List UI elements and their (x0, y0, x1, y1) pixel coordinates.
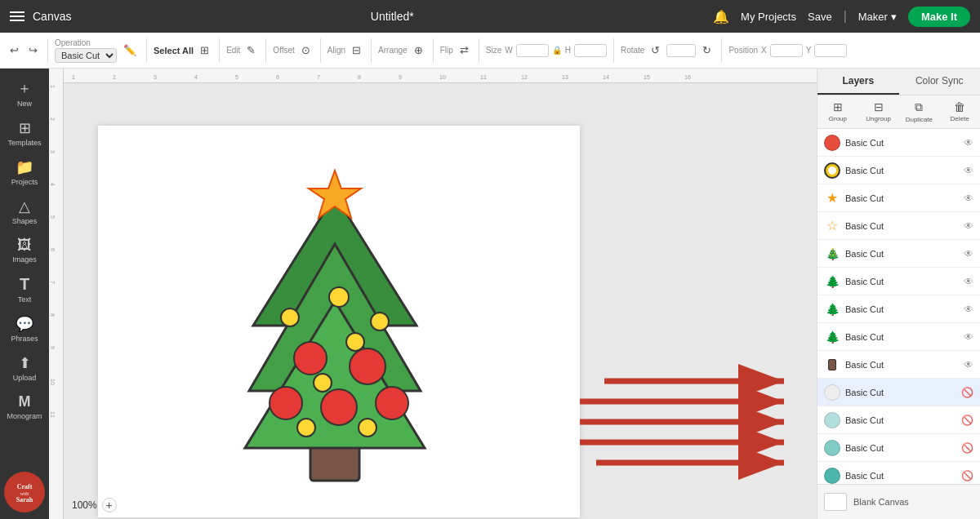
sidebar-item-text[interactable]: T Text (2, 270, 47, 308)
layer-item[interactable]: Basic Cut 👁 (817, 351, 980, 379)
arrange-button[interactable]: ⊕ (411, 42, 426, 58)
sidebar-label-images: Images (12, 255, 37, 264)
select-icon-button[interactable]: ⊞ (197, 42, 212, 58)
duplicate-icon: ⧉ (915, 100, 923, 114)
offset-button[interactable]: ⊙ (298, 42, 314, 58)
svg-text:5: 5 (235, 74, 238, 80)
layer-visibility-icon[interactable]: 🚫 (961, 470, 973, 481)
tab-layers[interactable]: Layers (817, 69, 899, 95)
layer-name: Basic Cut (845, 277, 959, 286)
rotate-input[interactable] (666, 44, 696, 57)
x-input[interactable] (770, 44, 803, 57)
layer-item[interactable]: 🌲 Basic Cut 👁 (817, 323, 980, 351)
flip-button[interactable]: ⇄ (457, 42, 472, 58)
svg-text:11: 11 (480, 74, 487, 80)
ruler-left-svg: 123 456 789 1011 (49, 69, 64, 519)
text-icon: T (20, 275, 29, 294)
svg-point-43 (321, 389, 357, 425)
layer-visibility-icon[interactable]: 🚫 (961, 415, 973, 426)
svg-text:3: 3 (154, 74, 157, 80)
layer-visibility-icon[interactable]: 👁 (964, 359, 973, 370)
rotate-cw-button[interactable]: ↻ (699, 42, 715, 58)
position-label: Position (728, 46, 758, 55)
svg-text:8: 8 (358, 74, 361, 80)
phrases-icon: 💬 (16, 315, 33, 333)
y-input[interactable] (814, 44, 847, 57)
my-projects-button[interactable]: My Projects (741, 11, 796, 23)
save-button[interactable]: Save (808, 11, 832, 23)
layer-item[interactable]: Basic Cut 🚫 (817, 379, 980, 406)
layer-visibility-icon[interactable]: 👁 (964, 165, 973, 176)
canvas-area[interactable]: 123 456 789 101112 131415 16 123 456 789… (49, 69, 817, 519)
sidebar-item-templates[interactable]: ⊞ Templates (2, 114, 47, 152)
layer-visibility-icon[interactable]: 👁 (964, 304, 973, 315)
sidebar-item-phrases[interactable]: 💬 Phrases (2, 310, 47, 348)
layer-item[interactable]: Basic Cut 🚫 (817, 434, 980, 462)
maker-button[interactable]: Maker ▾ (858, 11, 897, 23)
width-input[interactable] (516, 44, 549, 57)
layer-item[interactable]: ★ Basic Cut 👁 (817, 184, 980, 212)
divider: | (844, 9, 847, 24)
hamburger-icon[interactable] (10, 11, 24, 21)
align-group: Align ⊟ (327, 38, 372, 63)
svg-text:6: 6 (50, 248, 56, 251)
svg-point-47 (371, 313, 389, 330)
layer-name: Basic Cut (845, 304, 959, 314)
edit-label: Edit (226, 46, 240, 55)
layer-item[interactable]: 🌲 Basic Cut 👁 (817, 268, 980, 295)
layer-item[interactable]: Basic Cut 🚫 (817, 406, 980, 434)
undo-button[interactable]: ↩ (7, 42, 22, 58)
layer-visibility-icon[interactable]: 👁 (964, 331, 973, 343)
select-all-button[interactable]: Select All (154, 46, 194, 55)
arrange-label: Arrange (378, 46, 408, 55)
duplicate-button[interactable]: ⧉ Duplicate (899, 95, 940, 128)
operation-select[interactable]: Basic Cut (55, 48, 117, 63)
layer-swatch (824, 412, 840, 428)
ruler-top: 123 456 789 101112 131415 16 (64, 69, 817, 83)
layer-visibility-icon[interactable]: 👁 (964, 193, 973, 204)
ungroup-button[interactable]: ⊟ Ungroup (858, 95, 899, 128)
layer-visibility-icon[interactable]: 👁 (964, 137, 973, 149)
sidebar-item-new[interactable]: ＋ New (2, 73, 47, 113)
sidebar-label-phrases: Phrases (11, 335, 38, 343)
offset-group: Offset ⊙ (273, 38, 321, 63)
right-bottom: Blank Canvas (817, 484, 980, 519)
layer-item[interactable]: Basic Cut 🚫 (817, 462, 980, 484)
sidebar-item-shapes[interactable]: △ Shapes (2, 193, 47, 230)
group-button[interactable]: ⊞ Group (817, 95, 858, 128)
delete-button[interactable]: 🗑 Delete (939, 95, 980, 128)
zoom-plus-button[interactable]: + (102, 498, 117, 512)
align-label: Align (327, 46, 345, 55)
ruler-left: 123 456 789 1011 (49, 69, 64, 519)
height-input[interactable] (574, 44, 607, 57)
layer-item[interactable]: Basic Cut 👁 (817, 157, 980, 184)
edit-button[interactable]: ✏️ (120, 42, 140, 58)
svg-text:11: 11 (50, 411, 56, 418)
rotate-ccw-button[interactable]: ↺ (648, 42, 663, 58)
layer-item[interactable]: Basic Cut 👁 (817, 129, 980, 157)
redo-button[interactable]: ↪ (25, 42, 41, 58)
layer-item[interactable]: ☆ Basic Cut 👁 (817, 212, 980, 240)
edit-tool-button[interactable]: ✎ (243, 42, 259, 58)
tab-color-sync[interactable]: Color Sync (899, 69, 981, 95)
layer-visibility-icon[interactable]: 🚫 (961, 442, 973, 454)
layer-visibility-icon[interactable]: 👁 (964, 248, 973, 260)
size-group: Size W 🔒 H (486, 38, 614, 63)
bell-icon[interactable]: 🔔 (713, 9, 729, 24)
layer-item[interactable]: 🌲 Basic Cut 👁 (817, 295, 980, 323)
layer-item[interactable]: 🎄 Basic Cut 👁 (817, 240, 980, 268)
sidebar-item-images[interactable]: 🖼 Images (2, 232, 47, 268)
make-it-button[interactable]: Make It (908, 7, 970, 27)
layer-visibility-icon[interactable]: 👁 (964, 276, 973, 287)
group-label: Group (829, 115, 847, 122)
align-button[interactable]: ⊟ (349, 42, 364, 58)
sidebar-item-projects[interactable]: 📁 Projects (2, 153, 47, 191)
sidebar-item-monogram[interactable]: M Monogram (2, 388, 47, 425)
svg-point-49 (346, 333, 364, 351)
layer-swatch: 🌲 (824, 329, 840, 345)
sidebar-label-text: Text (18, 295, 32, 304)
layer-visibility-icon[interactable]: 🚫 (961, 387, 973, 398)
svg-text:3: 3 (50, 150, 56, 153)
layer-visibility-icon[interactable]: 👁 (964, 220, 973, 232)
sidebar-item-upload[interactable]: ⬆ Upload (2, 349, 47, 387)
